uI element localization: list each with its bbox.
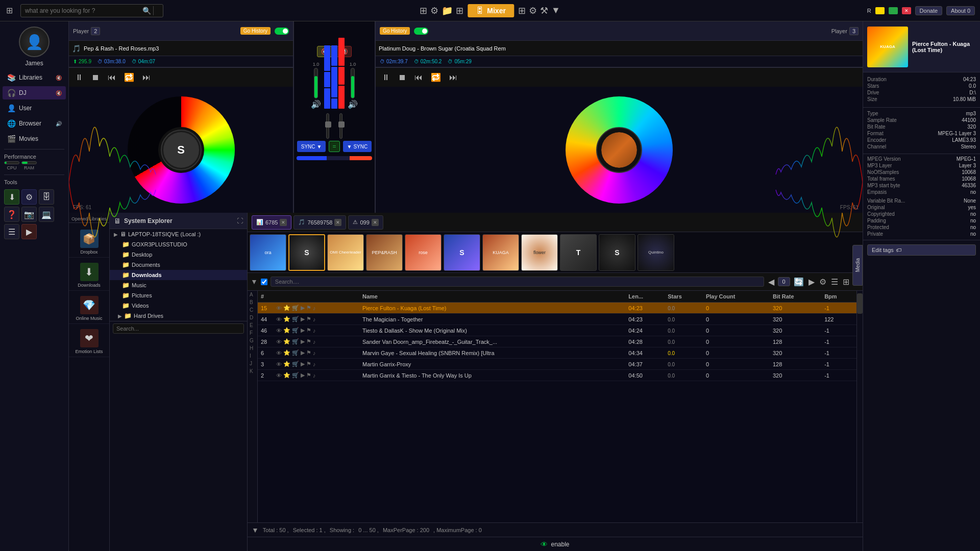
- select-all-checkbox[interactable]: [261, 279, 267, 285]
- expand-icon[interactable]: ⛶: [237, 217, 243, 224]
- expand-icon-search[interactable]: ▼: [251, 278, 258, 286]
- tool-list[interactable]: ☰: [4, 224, 19, 239]
- dj-mute-icon[interactable]: 🔇: [56, 90, 62, 96]
- next-btn-right[interactable]: ⏭: [447, 72, 459, 83]
- alpha-a[interactable]: A: [248, 291, 257, 298]
- tool-youtube[interactable]: ▶: [21, 224, 37, 239]
- play-icon-44[interactable]: ▶: [301, 316, 305, 322]
- loop-btn-left[interactable]: 🔁: [122, 71, 136, 83]
- tab2-close[interactable]: ✕: [334, 219, 341, 226]
- table-row[interactable]: 6 👁 ⭐ 🛒 ▶ ⚑ ♪: [258, 347, 856, 359]
- tools-icon[interactable]: ⚒: [540, 5, 548, 16]
- sidebar-item-user[interactable]: 👤 User: [3, 102, 66, 115]
- tree-item-music[interactable]: 📁 Music: [110, 280, 247, 290]
- browser-sound-icon[interactable]: 🔊: [56, 121, 62, 127]
- album-1[interactable]: S: [288, 234, 325, 271]
- table-row[interactable]: 15 👁 ⭐ 🛒 ▶ ⚑ ♪: [258, 303, 856, 314]
- prev-btn-right[interactable]: ⏮: [412, 72, 425, 83]
- filter-icon-44[interactable]: ⚑: [306, 316, 311, 322]
- album-4[interactable]: rose: [405, 234, 442, 271]
- maximize-button[interactable]: [889, 7, 898, 14]
- pause-btn-right[interactable]: ⏸: [380, 72, 392, 83]
- eq-btn[interactable]: =: [329, 141, 339, 152]
- col-num[interactable]: #: [258, 291, 273, 303]
- grid-icon[interactable]: ⊞: [456, 5, 463, 16]
- minimize-button[interactable]: [875, 7, 885, 14]
- sync-left-btn[interactable]: SYNC ▼: [297, 141, 326, 152]
- col-play-count[interactable]: Play Count: [703, 291, 770, 303]
- tool-help[interactable]: ❓: [4, 207, 19, 222]
- tree-item-videos[interactable]: 📁 Videos: [110, 300, 247, 311]
- tool-database[interactable]: 🗄: [39, 189, 54, 205]
- search-input[interactable]: [25, 7, 142, 14]
- tree-item-pictures[interactable]: 📁 Pictures: [110, 290, 247, 300]
- tree-item-hard-drives[interactable]: ▶ 📁 Hard Drives: [110, 311, 247, 321]
- alpha-h[interactable]: H: [248, 344, 257, 352]
- tab3-close[interactable]: ✕: [372, 219, 379, 226]
- star-icon-15[interactable]: ⭐: [283, 305, 290, 311]
- settings-icon[interactable]: ⚙: [430, 5, 438, 16]
- dropdown-icon[interactable]: ▼: [551, 5, 560, 16]
- tab-3[interactable]: ⚠ 099 ✕: [348, 215, 383, 230]
- alpha-e[interactable]: E: [248, 321, 257, 329]
- album-6[interactable]: KUAGA: [482, 234, 519, 271]
- sidebar-item-movies[interactable]: 🎬 Movies: [3, 132, 66, 145]
- next-btn-left[interactable]: ⏭: [140, 72, 153, 83]
- alpha-b[interactable]: B: [248, 298, 257, 306]
- tool-settings[interactable]: ⚙: [21, 189, 37, 205]
- star-icon-44[interactable]: ⭐: [283, 316, 290, 322]
- col-name[interactable]: Name: [359, 291, 625, 303]
- vol-icon-left[interactable]: 🔊: [311, 99, 321, 109]
- album-0[interactable]: ora: [250, 234, 286, 271]
- grid-menu-icon[interactable]: ⊞: [0, 0, 18, 21]
- prev-btn-left[interactable]: ⏮: [106, 72, 118, 83]
- settings-icon-right[interactable]: ⚙: [529, 5, 537, 16]
- alpha-f[interactable]: F: [248, 329, 257, 337]
- album-7[interactable]: flower: [521, 234, 558, 271]
- play-icon-15[interactable]: ▶: [301, 305, 305, 311]
- tab1-close[interactable]: ✕: [280, 219, 287, 226]
- eye-icon-15[interactable]: 👁: [276, 305, 282, 311]
- player-left-icon[interactable]: ⊞: [420, 5, 427, 16]
- eye-icon-44[interactable]: 👁: [276, 316, 282, 322]
- sidebar-item-browser[interactable]: 🌐 Browser 🔊: [3, 117, 66, 130]
- col-bitrate[interactable]: Bit Rate: [770, 291, 821, 303]
- tab-1[interactable]: 📊 6785 ✕: [252, 215, 291, 230]
- track-search-input[interactable]: [271, 277, 764, 287]
- folder-icon[interactable]: 📁: [442, 5, 453, 16]
- filter-icon-15[interactable]: ⚑: [306, 305, 311, 311]
- cart-icon-44[interactable]: 🛒: [292, 316, 299, 322]
- go-history-left-btn[interactable]: Go History: [240, 27, 271, 35]
- enable-label[interactable]: enable: [551, 541, 569, 548]
- alpha-g[interactable]: G: [248, 337, 257, 344]
- go-history-right-toggle[interactable]: [414, 28, 428, 35]
- alpha-c[interactable]: C: [248, 306, 257, 314]
- alpha-d[interactable]: D: [248, 314, 257, 321]
- lib-item-emotion[interactable]: ❤ Emotion Lists: [69, 327, 109, 357]
- table-row[interactable]: 28 👁 ⭐ 🛒 ▶ ⚑ ♪: [258, 336, 856, 347]
- album-2[interactable]: OMI Cheerleader: [327, 234, 364, 271]
- cart-icon-15[interactable]: 🛒: [292, 305, 299, 311]
- pause-btn-left[interactable]: ⏸: [73, 72, 85, 83]
- col-length[interactable]: Len...: [625, 291, 665, 303]
- sidebar-item-dj[interactable]: 🎧 DJ 🔇: [3, 86, 66, 99]
- table-row[interactable]: 46 👁 ⭐ 🛒 ▶ ⚑ ♪: [258, 325, 856, 336]
- tree-search-input[interactable]: [113, 323, 244, 334]
- lib-item-online-music[interactable]: 💎 Online Music: [69, 293, 109, 324]
- expand-status[interactable]: ▼: [252, 526, 259, 534]
- album-10[interactable]: Quintino: [638, 234, 674, 271]
- album-9[interactable]: S: [599, 234, 635, 271]
- loop-btn-right[interactable]: 🔁: [429, 71, 443, 83]
- tool-terminal[interactable]: 💻: [39, 207, 54, 222]
- about-button[interactable]: About 0: [946, 6, 975, 15]
- edit-tags-button[interactable]: Edit tags 🏷: [867, 244, 976, 256]
- stop-btn-left[interactable]: ⏹: [89, 72, 102, 83]
- go-history-left-toggle[interactable]: [275, 28, 289, 35]
- table-row[interactable]: 3 👁 ⭐ 🛒 ▶ ⚑ ♪: [258, 359, 856, 370]
- album-8[interactable]: T: [560, 234, 597, 271]
- album-3[interactable]: PEP&RASH: [366, 234, 403, 271]
- stop-btn-right[interactable]: ⏹: [396, 72, 408, 83]
- sidebar-item-libraries[interactable]: 📚 Libraries 🔇: [3, 71, 66, 84]
- col-stars[interactable]: Stars: [665, 291, 703, 303]
- album-5[interactable]: S: [444, 234, 480, 271]
